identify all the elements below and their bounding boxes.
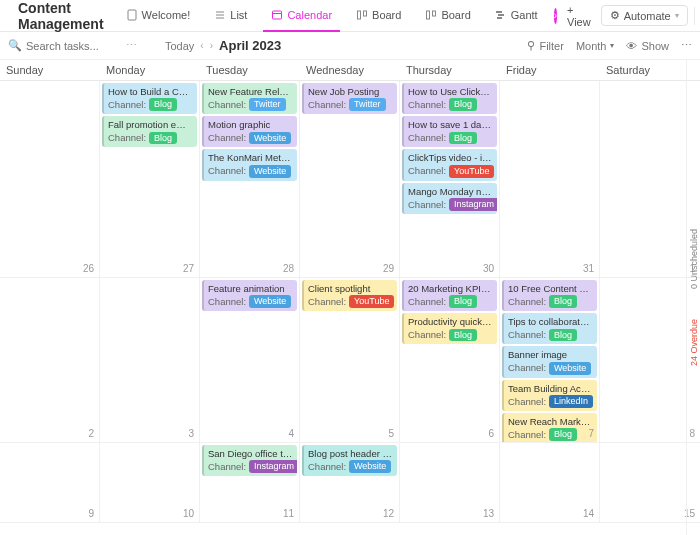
calendar-cell[interactable]: Client spotlightChannel:YouTube5 bbox=[300, 278, 400, 443]
calendar-cell[interactable]: 3 bbox=[100, 278, 200, 443]
calendar-event[interactable]: Fall promotion emailChannel:Blog bbox=[102, 116, 197, 147]
search-input-wrap[interactable]: 🔍 bbox=[8, 39, 118, 52]
period-select[interactable]: Month▾ bbox=[576, 40, 615, 52]
overdue-count[interactable]: 24 Overdue bbox=[689, 319, 699, 366]
automate-button[interactable]: ⚙ Automate ▾ bbox=[601, 5, 688, 26]
calendar-event[interactable]: Productivity quick tipsChannel:Blog bbox=[402, 313, 497, 344]
tab-label: Gantt bbox=[511, 9, 538, 21]
board-icon bbox=[356, 9, 368, 21]
event-title: How to save 1 day eve bbox=[408, 119, 493, 130]
calendar-event[interactable]: New Job PostingChannel:Twitter bbox=[302, 83, 397, 114]
calendar-event[interactable]: New Feature ReleaseChannel:Twitter bbox=[202, 83, 297, 114]
svg-rect-8 bbox=[427, 11, 430, 19]
filter-button[interactable]: ⚲Filter bbox=[527, 39, 563, 52]
tab-gantt[interactable]: Gantt bbox=[487, 0, 546, 32]
calendar-event[interactable]: ClickTips video - inboChannel:YouTube bbox=[402, 149, 497, 180]
calendar-event[interactable]: How to Build a ContenChannel:Blog bbox=[102, 83, 197, 114]
event-title: Blog post header imag bbox=[308, 448, 393, 459]
show-button[interactable]: 👁Show bbox=[626, 40, 669, 52]
calendar-cell[interactable]: 10 bbox=[100, 443, 200, 523]
tab-label: Welcome! bbox=[142, 9, 191, 21]
calendar-event[interactable]: Banner imageChannel:Website bbox=[502, 346, 597, 377]
calendar-event[interactable]: How to Use ClickUp toChannel:Blog bbox=[402, 83, 497, 114]
calendar-event[interactable]: San Diego office tourChannel:Instagram bbox=[202, 445, 297, 476]
event-channel: Channel:Website bbox=[208, 132, 293, 145]
calendar-cell[interactable]: 13 bbox=[400, 443, 500, 523]
today-button[interactable]: Today bbox=[165, 40, 194, 52]
event-title: The KonMari Method f bbox=[208, 152, 293, 163]
calendar-cell[interactable]: 2 bbox=[0, 278, 100, 443]
calendar-event[interactable]: Feature animationChannel:Website bbox=[202, 280, 297, 311]
day-number: 2 bbox=[88, 428, 94, 439]
calendar-cell[interactable]: 1 bbox=[600, 81, 700, 278]
channel-tag: YouTube bbox=[349, 295, 394, 308]
weekday: Thursday bbox=[400, 60, 500, 80]
more-icon[interactable]: ⋯ bbox=[126, 39, 137, 52]
month-title: April 2023 bbox=[219, 38, 281, 53]
event-title: Mango Monday new e bbox=[408, 186, 493, 197]
event-title: New Feature Release bbox=[208, 86, 293, 97]
calendar-event[interactable]: 20 Marketing KPIs YouChannel:Blog bbox=[402, 280, 497, 311]
calendar-event[interactable]: 10 Free Content CalenChannel:Blog bbox=[502, 280, 597, 311]
channel-tag: Website bbox=[249, 165, 291, 178]
svg-rect-11 bbox=[498, 14, 504, 16]
tab-list[interactable]: List bbox=[206, 0, 255, 32]
event-channel: Channel:Instagram bbox=[208, 460, 293, 473]
svg-rect-0 bbox=[128, 10, 136, 20]
calendar-cell[interactable]: 31 bbox=[500, 81, 600, 278]
calendar-cell[interactable]: 9 bbox=[0, 443, 100, 523]
channel-tag: LinkedIn bbox=[549, 395, 593, 408]
tab-board2[interactable]: Board bbox=[417, 0, 478, 32]
filter-bar: 🔍 ⋯ Today ‹ › April 2023 ⚲Filter Month▾ … bbox=[0, 32, 700, 60]
calendar-event[interactable]: Team Building ActivitiChannel:LinkedIn bbox=[502, 380, 597, 411]
day-number: 5 bbox=[388, 428, 394, 439]
event-channel: Channel:Website bbox=[308, 460, 393, 473]
calendar-event[interactable]: The KonMari Method fChannel:Website bbox=[202, 149, 297, 180]
tab-calendar[interactable]: Calendar bbox=[263, 0, 340, 32]
calendar-event[interactable]: Blog post header imagChannel:Website bbox=[302, 445, 397, 476]
channel-tag: Blog bbox=[549, 295, 577, 308]
calendar-cell[interactable]: Feature animationChannel:Website4 bbox=[200, 278, 300, 443]
calendar-cell[interactable]: 15 bbox=[600, 443, 700, 523]
calendar-cell[interactable]: New Feature ReleaseChannel:TwitterMotion… bbox=[200, 81, 300, 278]
tab-welcome[interactable]: Welcome! bbox=[118, 0, 199, 32]
calendar-cell[interactable]: 20 Marketing KPIs YouChannel:BlogProduct… bbox=[400, 278, 500, 443]
event-channel: Channel:Blog bbox=[408, 295, 493, 308]
calendar-event[interactable]: Tips to collaborate effChannel:Blog bbox=[502, 313, 597, 344]
calendar-cell[interactable]: How to Build a ContenChannel:BlogFall pr… bbox=[100, 81, 200, 278]
add-view-button[interactable]: + View bbox=[561, 4, 597, 28]
calendar-cell[interactable]: 8 bbox=[600, 278, 700, 443]
list-icon bbox=[214, 9, 226, 21]
event-title: San Diego office tour bbox=[208, 448, 293, 459]
calendar-event[interactable]: Motion graphicChannel:Website bbox=[202, 116, 297, 147]
unscheduled-count[interactable]: 0 Unscheduled bbox=[689, 229, 699, 289]
calendar-event[interactable]: How to save 1 day eveChannel:Blog bbox=[402, 116, 497, 147]
next-month[interactable]: › bbox=[210, 40, 213, 51]
search-input[interactable] bbox=[26, 40, 106, 52]
calendar-cell[interactable]: San Diego office tourChannel:Instagram11 bbox=[200, 443, 300, 523]
event-channel: Channel:YouTube bbox=[308, 295, 393, 308]
event-title: Banner image bbox=[508, 349, 593, 360]
calendar-event[interactable]: Mango Monday new eChannel:Instagram bbox=[402, 183, 497, 214]
tab-board1[interactable]: Board bbox=[348, 0, 409, 32]
doc-icon bbox=[126, 9, 138, 21]
day-number: 7 bbox=[588, 428, 594, 439]
more-icon[interactable]: ⋯ bbox=[681, 39, 692, 52]
channel-tag: Website bbox=[549, 362, 591, 375]
calendar-cell[interactable]: How to Use ClickUp toChannel:BlogHow to … bbox=[400, 81, 500, 278]
prev-month[interactable]: ‹ bbox=[200, 40, 203, 51]
day-number: 28 bbox=[283, 263, 294, 274]
next-arrow-icon[interactable]: › bbox=[554, 8, 557, 24]
event-channel: Channel:Blog bbox=[508, 329, 593, 342]
calendar-cell[interactable]: 10 Free Content CalenChannel:BlogTips to… bbox=[500, 278, 600, 443]
calendar-cell[interactable]: Blog post header imagChannel:Website12 bbox=[300, 443, 400, 523]
calendar-event[interactable]: Client spotlightChannel:YouTube bbox=[302, 280, 397, 311]
event-channel: Channel:Blog bbox=[508, 295, 593, 308]
event-title: How to Build a Conten bbox=[108, 86, 193, 97]
calendar-event[interactable]: New Reach MarketingChannel:Blog bbox=[502, 413, 597, 443]
svg-rect-7 bbox=[364, 11, 367, 16]
calendar-cell[interactable]: New Job PostingChannel:Twitter29 bbox=[300, 81, 400, 278]
svg-rect-6 bbox=[358, 11, 361, 19]
calendar-cell[interactable]: 26 bbox=[0, 81, 100, 278]
calendar-cell[interactable]: 14 bbox=[500, 443, 600, 523]
